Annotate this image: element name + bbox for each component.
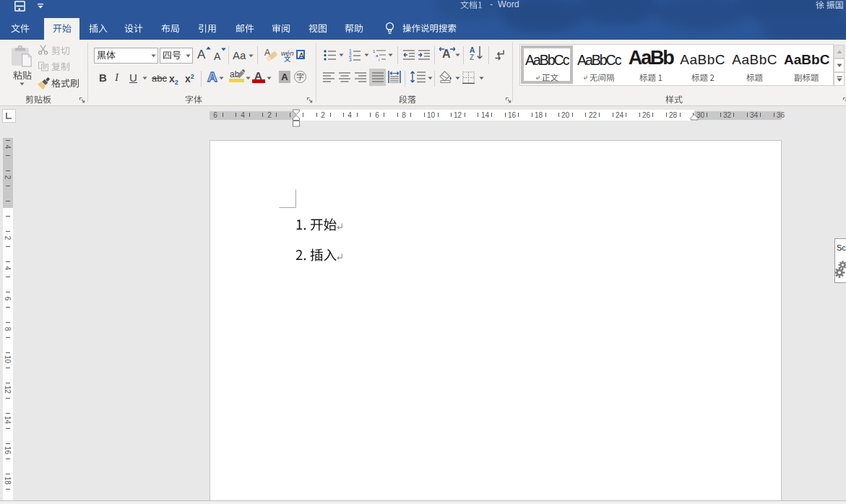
svg-text:i: i (379, 58, 379, 62)
svg-text:3: 3 (349, 57, 352, 61)
